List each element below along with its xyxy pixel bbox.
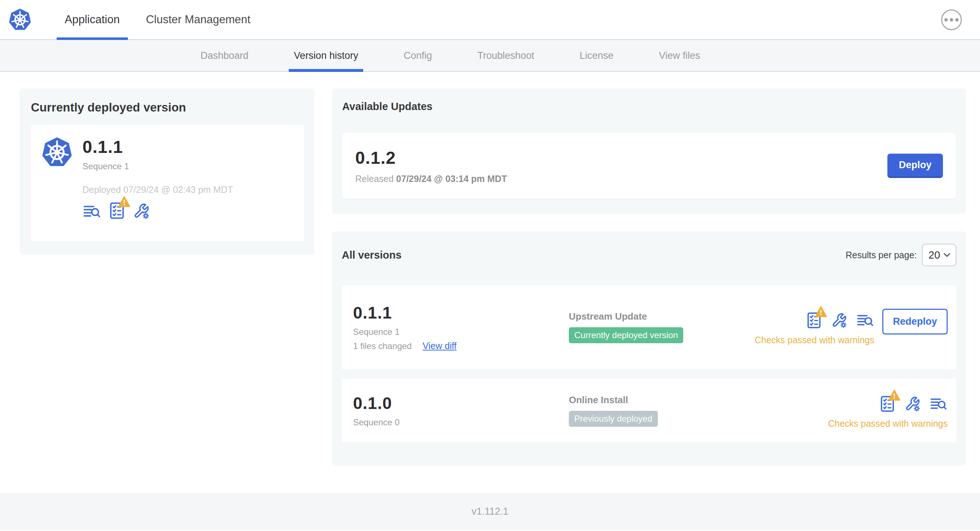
available-update-row: 0.1.2 Released 07/29/24 @ 03:14 pm MDT D… [342,133,956,199]
main-content: Currently deployed version 0.1.1 Sequenc… [0,72,980,493]
currently-deployed-version-card: 0.1.1 Sequence 1 Deployed 07/29/24 @ 02:… [31,125,304,242]
warning-triangle-icon [815,306,827,318]
current-version-number: 0.1.1 [83,137,233,157]
version-source-label: Upstream Update [569,311,755,322]
kubernetes-app-icon [42,137,72,167]
row-version-sequence: Sequence 1 [353,327,569,337]
current-version-actions [83,202,233,220]
preflight-checks-button[interactable] [880,395,896,413]
currently-deployed-title: Currently deployed version [31,100,304,114]
tab-application[interactable]: Application [57,0,128,39]
footer: v1.112.1 [0,493,980,530]
tab-view-files[interactable]: View files [659,40,700,71]
row-version-number: 0.1.1 [353,303,569,323]
chevron-down-icon [943,253,951,258]
warning-triangle-icon [888,390,900,401]
right-column: Available Updates 0.1.2 Released 07/29/2… [332,88,966,466]
config-wrench-icon [831,312,848,329]
version-source-label: Online Install [569,394,828,406]
all-versions-card: All versions Results per page: 20 0.1.1 … [332,231,966,466]
tab-cluster-management[interactable]: Cluster Management [138,0,259,39]
tab-license[interactable]: License [580,40,614,71]
results-per-page-value: 20 [928,249,940,261]
config-button[interactable] [831,312,848,329]
preflight-status-text: Checks passed with warnings [828,418,948,429]
previously-deployed-badge: Previously deployed [569,411,658,427]
console-version: v1.112.1 [471,506,509,517]
tab-troubleshoot[interactable]: Troubleshoot [477,40,534,71]
update-version-number: 0.1.2 [355,148,507,168]
tab-cluster-management-label: Cluster Management [146,13,251,26]
ellipsis-icon [944,18,948,21]
row-version-number: 0.1.0 [353,393,569,413]
redeploy-button[interactable]: Redeploy [882,309,948,334]
tab-dashboard[interactable]: Dashboard [200,40,248,71]
config-wrench-icon [132,202,150,220]
version-row-0-1-0: 0.1.0 Sequence 0 Online Install Previous… [342,379,956,442]
update-released-line: Released 07/29/24 @ 03:14 pm MDT [355,173,507,184]
top-nav-tabs: Application Cluster Management [57,0,258,39]
preflight-status-text: Checks passed with warnings [755,335,874,345]
warning-triangle-icon [118,196,130,207]
deploy-logs-icon [929,396,948,412]
deploy-logs-button[interactable] [929,396,948,412]
deploy-logs-icon [83,203,101,220]
results-per-page-label: Results per page: [846,250,917,261]
currently-deployed-card: Currently deployed version 0.1.1 Sequenc… [19,88,315,254]
row-version-actions [806,312,874,329]
version-row-0-1-1: 0.1.1 Sequence 1 1 files changed View di… [342,285,956,369]
results-per-page: Results per page: 20 [846,244,956,266]
app-sub-nav: Dashboard Version history Config Trouble… [0,40,980,72]
files-changed-label: 1 files changed [353,341,412,351]
available-updates-card: Available Updates 0.1.2 Released 07/29/2… [332,88,966,214]
currently-deployed-badge: Currently deployed version [569,327,683,343]
deploy-logs-button[interactable] [856,312,874,328]
update-released-date: 07/29/24 @ 03:14 pm MDT [396,173,507,184]
deploy-logs-icon [856,312,874,328]
results-per-page-select[interactable]: 20 [922,244,956,266]
preflight-checks-button[interactable] [806,312,822,329]
overflow-menu-button[interactable] [941,10,962,30]
kubernetes-logo [9,8,31,31]
config-wrench-icon [904,396,921,412]
top-nav: Application Cluster Management [0,0,980,40]
config-button[interactable] [904,396,921,412]
tab-version-history[interactable]: Version history [294,40,358,71]
row-version-sequence: Sequence 0 [353,417,569,428]
deploy-logs-button[interactable] [83,203,101,220]
view-diff-link[interactable]: View diff [422,341,457,351]
tab-application-label: Application [65,13,120,26]
deploy-button[interactable]: Deploy [888,154,943,178]
tab-config[interactable]: Config [404,40,432,71]
all-versions-title: All versions [342,249,401,261]
config-button[interactable] [132,202,150,220]
preflight-checks-button[interactable] [108,202,125,220]
available-updates-title: Available Updates [342,100,956,113]
current-version-deployed-date: Deployed 07/29/24 @ 02:43 pm MDT [83,184,233,195]
current-version-sequence: Sequence 1 [83,161,233,172]
row-version-actions [880,395,948,413]
